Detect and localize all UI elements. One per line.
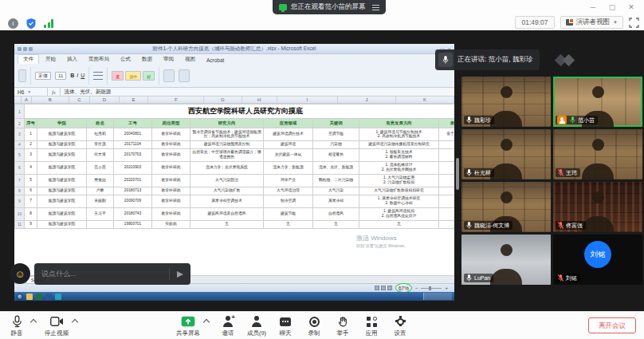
panel-resize-handle[interactable] [456, 158, 459, 190]
table-cell[interactable]: 2 [15, 119, 25, 128]
minimize-button[interactable]: ─ [588, 3, 598, 11]
column-letter[interactable]: I [277, 97, 338, 103]
column-letter[interactable]: H [242, 97, 277, 103]
bold-italic-underline[interactable]: BIU [70, 73, 84, 78]
network-signal-icon[interactable] [44, 19, 53, 28]
table-cell[interactable]: 能源与建筑学院 [37, 161, 87, 174]
grid-corner[interactable] [14, 97, 22, 103]
table-cell[interactable]: 无 [439, 148, 455, 161]
table-cell[interactable]: 教学科研岗 [152, 148, 190, 161]
ribbon-tab[interactable]: 公式 [116, 55, 135, 64]
table-cell[interactable]: 教学科研岗 [152, 140, 190, 148]
share-screen-button[interactable]: 共享屏幕 [176, 315, 200, 337]
table-cell[interactable]: 大气污染防治 [190, 174, 264, 187]
emoji-button[interactable]: ☺ [10, 263, 30, 284]
table-cell[interactable]: 流体、光伏、新能源 [313, 161, 359, 174]
sheet-grid[interactable]: 1西安航空学院科研人员研究方向摸底2序号学院姓名工号岗位类型研究方向应用领域关键… [14, 104, 454, 275]
table-cell[interactable]: 20210903 [114, 161, 152, 174]
ribbon-tab[interactable]: Acrobat [202, 57, 229, 64]
table-cell[interactable]: 大气污染物扩散数值模拟研究 [359, 187, 439, 195]
table-cell[interactable]: 9 [15, 195, 25, 207]
table-cell[interactable]: 何文博 [87, 148, 114, 161]
table-header-cell[interactable]: 工号 [114, 119, 152, 128]
start-button[interactable] [17, 294, 23, 300]
table-header-cell[interactable]: 序号 [25, 119, 37, 128]
table-cell[interactable]: 6 [15, 161, 25, 174]
table-cell[interactable]: 20040801 [114, 128, 152, 141]
participant-tile[interactable]: 范小苗 [553, 77, 642, 127]
table-cell[interactable]: 无 [313, 220, 359, 228]
table-cell[interactable]: 10 [15, 207, 25, 220]
table-header-cell[interactable]: 研究方向 [190, 119, 264, 128]
table-cell[interactable]: 3 [15, 128, 25, 141]
table-cell[interactable]: 流体力学；光伏发电系统 [190, 161, 264, 174]
participant-tile[interactable]: 魏彩珍 [461, 77, 551, 127]
column-letter[interactable]: E [120, 97, 149, 103]
table-cell[interactable]: 无 [190, 220, 264, 228]
column-letter[interactable]: A [22, 97, 31, 103]
taskbar-app-folder[interactable] [26, 294, 33, 300]
view-shortcut-icons[interactable] [375, 286, 392, 290]
table-cell[interactable]: 4 [15, 140, 25, 148]
table-cell[interactable]: 教学科研岗 [152, 128, 190, 141]
table-cell[interactable]: 实验岗 [152, 220, 190, 228]
table-cell[interactable]: 相变蓄热 [313, 148, 359, 161]
cell-style-bad[interactable]: 差 [112, 71, 124, 81]
font-size-box[interactable]: 11 [55, 72, 66, 80]
table-cell[interactable]: 无 [439, 207, 455, 220]
table-cell[interactable]: 自然采光；中空玻璃作蓄热调湿媒介；微通道换热 [190, 148, 264, 161]
table-cell[interactable]: 蒸发冷却空调技术 [190, 195, 264, 207]
participant-tile[interactable]: 刘铭 刘铭 [553, 235, 642, 285]
table-cell[interactable]: 建筑环境调控技术 [264, 128, 313, 141]
table-cell[interactable]: 建筑环境 [264, 140, 313, 148]
maximize-button[interactable]: ▢ [607, 3, 617, 11]
table-cell[interactable]: 污染物 [313, 140, 359, 148]
table-cell[interactable]: 无 [439, 187, 455, 195]
table-cell[interactable]: 能源与建筑学院 [37, 140, 87, 148]
taskbar-app-word[interactable] [45, 294, 52, 300]
participant-tile[interactable]: 王玮 [553, 129, 642, 179]
leave-meeting-button[interactable]: 离开会议 [588, 317, 636, 333]
table-cell[interactable]: 无 [439, 174, 455, 187]
ribbon-tab[interactable]: 开始 [41, 55, 61, 64]
shared-screen[interactable]: 附件1-个人科研方向摸底（城环与能动教师汇总）.xlsx - Microsoft… [14, 44, 454, 301]
table-cell[interactable]: 1 [15, 104, 25, 119]
table-cell[interactable]: 1. 大气污染物监测 2. 污染物扩散模拟 [359, 174, 439, 187]
paste-button[interactable] [18, 69, 26, 82]
table-cell[interactable]: 流体力学；新能源 [264, 161, 313, 174]
table-cell[interactable]: 6 [25, 187, 37, 195]
table-cell[interactable]: 预冷空调设备节能技术；建筑环境智能测控；高效制冷机房节能技术 [190, 128, 264, 141]
table-cell[interactable]: 1 [25, 128, 37, 141]
ribbon-tab[interactable]: 数据 [137, 55, 157, 64]
ribbon-tab[interactable]: 页面布局 [84, 55, 114, 64]
participant-tile[interactable]: 魏晓洁-何文博 [461, 182, 551, 232]
column-letter[interactable]: K [396, 97, 454, 103]
banner-menu-icon[interactable] [372, 5, 379, 10]
table-cell[interactable]: 1. 流体机械设计 2. 光伏发电并网技术 [359, 161, 439, 174]
ribbon-tab[interactable]: 视图 [180, 55, 200, 64]
table-cell[interactable]: 建筑环境污染物预测及控制 [190, 140, 264, 148]
record-button[interactable]: 录制 [304, 315, 324, 337]
formula-value[interactable]: 流体、光伏、新能源 [61, 89, 112, 96]
ribbon-tab[interactable]: 审阅 [159, 55, 179, 64]
column-letter[interactable]: D [90, 97, 120, 103]
table-cell[interactable]: 教学科研岗 [152, 174, 190, 187]
apps-button[interactable]: 应用 [361, 315, 382, 337]
participant-tile[interactable]: 杜光林 [461, 129, 551, 179]
table-cell[interactable]: 能源与建筑学院 [37, 195, 87, 207]
font-name-box[interactable]: 宋体 [35, 72, 51, 80]
invite-button[interactable]: + 邀请 [218, 315, 238, 337]
zoom-slider[interactable] [421, 288, 442, 289]
table-cell[interactable]: 8 [25, 207, 37, 220]
table-cell[interactable]: 范小苗 [87, 161, 114, 174]
table-cell[interactable]: 教学科研岗 [152, 195, 190, 207]
mute-options-chevron[interactable] [30, 319, 37, 325]
table-cell[interactable]: 1. 智能采光技术 2. 蓄热调湿材料 [359, 148, 439, 161]
table-cell[interactable]: 11 [15, 220, 25, 228]
table-cell[interactable]: 李世源 [87, 140, 114, 148]
ribbon-tab[interactable]: 文件 [18, 54, 39, 64]
column-letter[interactable]: B [32, 97, 69, 103]
table-cell[interactable]: 20171104 [114, 140, 152, 148]
table-cell[interactable]: 环保产业 [264, 174, 313, 187]
table-cell[interactable]: 20090709 [114, 195, 152, 207]
